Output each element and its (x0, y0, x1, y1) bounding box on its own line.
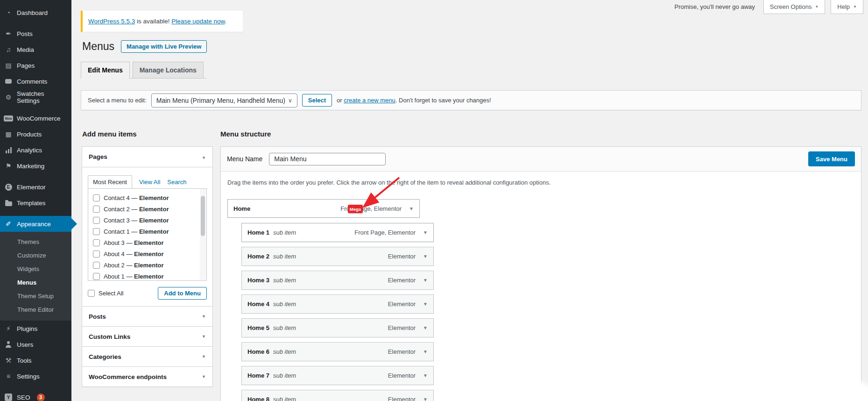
sidebar-item-tools[interactable]: ⚒Tools (0, 352, 71, 368)
sidebar-item-woocommerce[interactable]: WooWooCommerce (0, 110, 71, 126)
chevron-down-icon[interactable]: ▼ (423, 301, 428, 307)
checkbox[interactable] (93, 251, 100, 258)
chevron-down-icon[interactable]: ▼ (423, 278, 428, 283)
checkbox[interactable] (93, 194, 100, 201)
select-menu-button[interactable]: Select (302, 94, 332, 107)
sidebar-subitem-theme-setup[interactable]: Theme Setup (0, 289, 71, 303)
select-all-control[interactable]: Select All (88, 290, 123, 297)
accordion-label: Custom Links (89, 333, 130, 340)
templates-icon (4, 200, 13, 206)
chevron-down-icon: ▼ (202, 314, 206, 319)
sidebar-item-label: Posts (17, 30, 33, 37)
menu-item-home-5[interactable]: Home 5sub itemElementor▼ (241, 318, 434, 337)
menu-item-home-3[interactable]: Home 3sub itemElementor▼ (241, 271, 434, 290)
checkbox[interactable] (93, 262, 100, 269)
chevron-down-icon[interactable]: ▼ (423, 349, 428, 354)
accordion-label: WooCommerce endpoints (89, 373, 167, 380)
checkbox[interactable] (93, 273, 100, 280)
sidebar-subitem-themes[interactable]: Themes (0, 235, 71, 249)
page-item-label: Contact 4 — Elementor (104, 194, 169, 201)
menu-item-home-4[interactable]: Home 4sub itemElementor▼ (241, 294, 434, 314)
chevron-down-icon[interactable]: ▼ (423, 373, 428, 378)
update-now-link[interactable]: Please update now (171, 18, 225, 25)
tab-manage-locations[interactable]: Manage Locations (133, 62, 204, 78)
checkbox[interactable] (93, 239, 100, 246)
sidebar-item-elementor[interactable]: EElementor (0, 179, 71, 195)
sidebar-item-label: Settings (17, 373, 40, 380)
sidebar-item-marketing[interactable]: ⚑Marketing (0, 158, 71, 174)
menu-select-dropdown[interactable]: Main Menu (Primary Menu, Handheld Menu) … (151, 93, 297, 107)
menu-name-input[interactable] (269, 153, 386, 165)
chevron-down-icon[interactable]: ▼ (409, 206, 414, 211)
menu-item-home-8[interactable]: Home 8sub itemElementor▼ (241, 390, 434, 401)
promo-text: Promise, you'll never go away (675, 0, 755, 14)
sidebar-subitem-theme-editor[interactable]: Theme Editor (0, 303, 71, 316)
sidebar-item-pages[interactable]: ▤Pages (0, 57, 71, 73)
screen-options-button[interactable]: Screen Options ▼ (763, 0, 826, 14)
accordion-posts-header[interactable]: Posts▼ (82, 306, 212, 326)
sidebar-item-analytics[interactable]: Analytics (0, 142, 71, 158)
notice-text: is available! (135, 18, 171, 25)
help-button[interactable]: Help ▼ (831, 0, 863, 14)
accordion-categories-header[interactable]: Categories▼ (82, 346, 212, 366)
menu-name-label: Menu Name (227, 155, 262, 163)
tab-view-all[interactable]: View All (139, 179, 160, 186)
add-to-menu-button[interactable]: Add to Menu (158, 287, 207, 300)
menu-structure-panel: Menu Name Save Menu Drag the items into … (220, 146, 861, 401)
sidebar-item-templates[interactable]: Templates (0, 195, 71, 211)
tab-edit-menus[interactable]: Edit Menus (81, 62, 130, 79)
accordion-woocommerce-endpoints-header[interactable]: WooCommerce endpoints▼ (82, 366, 212, 387)
wordpress-version-link[interactable]: WordPress 5.5.3 (88, 18, 135, 25)
chevron-up-icon: ▲ (202, 155, 206, 159)
sidebar-item-swatches-settings[interactable]: ⚙Swatches Settings (0, 89, 71, 105)
menu-item-title: Home 6 (247, 348, 269, 355)
tools-icon: ⚒ (4, 357, 13, 364)
menu-item-home-7[interactable]: Home 7sub itemElementor▼ (241, 366, 434, 385)
manage-live-preview-button[interactable]: Manage with Live Preview (121, 40, 207, 53)
sidebar-item-posts[interactable]: ✒Posts (0, 26, 71, 42)
sidebar-item-users[interactable]: Users (0, 337, 71, 352)
sidebar-item-dashboard[interactable]: ◔Dashboard (0, 5, 71, 21)
sidebar-item-appearance[interactable]: ✐Appearance (0, 216, 71, 232)
chevron-down-icon[interactable]: ▼ (423, 397, 428, 401)
menu-name-row: Menu Name Save Menu (221, 147, 861, 172)
sidebar-item-comments[interactable]: Comments (0, 73, 71, 89)
sidebar-item-settings[interactable]: ≡Settings (0, 368, 71, 384)
scrollbar-thumb[interactable] (201, 196, 205, 236)
sidebar-item-seo[interactable]: YSEO3 (0, 389, 71, 401)
tab-search[interactable]: Search (167, 179, 186, 186)
accordion-label: Categories (89, 353, 121, 360)
posts-icon: ✒ (4, 30, 13, 37)
sidebar-item-label: Elementor (17, 184, 46, 191)
menu-item-home-6[interactable]: Home 6sub itemElementor▼ (241, 342, 434, 361)
checkbox[interactable] (93, 217, 100, 224)
accordion-custom-links-header[interactable]: Custom Links▼ (82, 326, 212, 346)
sidebar-subitem-menus[interactable]: Menus (0, 276, 71, 289)
save-menu-button[interactable]: Save Menu (808, 151, 855, 166)
chevron-down-icon[interactable]: ▼ (423, 325, 428, 330)
sidebar-item-media[interactable]: ♫Media (0, 42, 71, 57)
chevron-down-icon: ▼ (202, 334, 206, 339)
checkbox[interactable] (93, 206, 100, 213)
pages-checklist: Contact 4 — ElementorContact 2 — Element… (88, 188, 207, 281)
accordion-pages-header[interactable]: Pages▲ (82, 147, 212, 167)
page-checklist-item: Contact 3 — Elementor (93, 215, 197, 226)
scrollbar-track[interactable] (200, 189, 206, 280)
appearance-icon: ✐ (4, 220, 13, 228)
sidebar-item-products[interactable]: ▦Products (0, 126, 71, 142)
menu-item-type-note: Elementor (388, 372, 416, 379)
menu-item-home-2[interactable]: Home 2sub itemElementor▼ (241, 247, 434, 266)
sidebar-subitem-widgets[interactable]: Widgets (0, 262, 71, 276)
select-all-checkbox[interactable] (88, 290, 95, 297)
sidebar-subitem-customize[interactable]: Customize (0, 249, 71, 262)
chevron-down-icon[interactable]: ▼ (423, 230, 428, 235)
create-new-menu-link[interactable]: create a new menu (344, 97, 395, 104)
sidebar-item-plugins[interactable]: ⚡Plugins (0, 321, 71, 337)
checkbox[interactable] (93, 228, 100, 235)
chevron-down-icon[interactable]: ▼ (423, 254, 428, 259)
menu-item-title: Home 3 (247, 277, 269, 284)
menu-item-home-1[interactable]: Home 1sub itemFront Page, Elementor▼ (241, 223, 434, 242)
menu-item-subitem-label: sub item (273, 253, 296, 260)
add-menu-items-panel: Pages▲Most RecentView AllSearchContact 4… (82, 146, 213, 387)
tab-most-recent[interactable]: Most Recent (88, 175, 132, 189)
